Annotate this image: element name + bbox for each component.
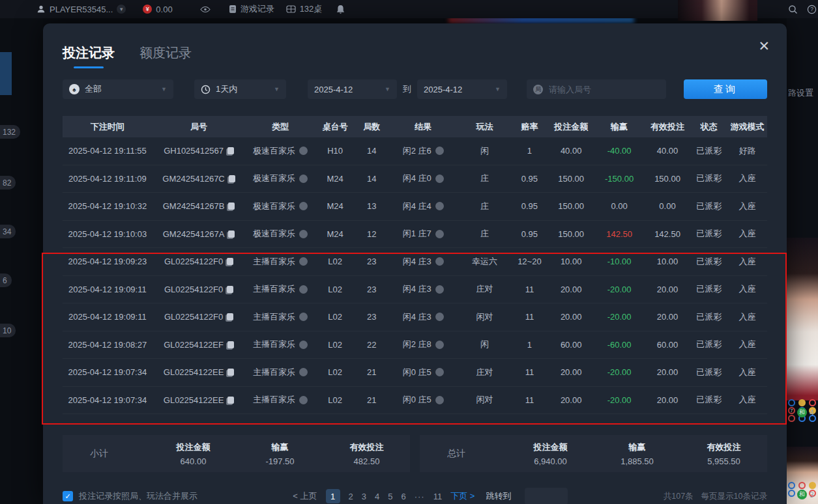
chevron-down-icon[interactable]: ▾	[117, 5, 126, 14]
game-type-info-icon[interactable]	[299, 368, 308, 376]
table-row: 2025-04-12 19:10:32GM242541267B极速百家乐M241…	[63, 193, 767, 221]
pagination-page-1[interactable]: 1	[326, 489, 340, 503]
help-action[interactable]: ?	[807, 5, 817, 14]
result-detail-icon[interactable]	[435, 230, 444, 238]
table-row: 2025-04-12 19:08:27GL02254122EF主播百家乐L022…	[63, 331, 767, 359]
game-mode: 入座	[727, 173, 767, 184]
copy-icon[interactable]	[227, 258, 233, 265]
game-type-info-icon[interactable]	[299, 396, 308, 404]
search-button[interactable]: 查询	[684, 79, 767, 99]
eye-icon	[200, 6, 211, 13]
balance-value: 0.00	[156, 5, 172, 14]
date-from-picker[interactable]: 2025-4-12 ▼	[308, 79, 397, 99]
game-type-info-icon[interactable]	[299, 313, 308, 321]
column-header: 玩法	[458, 121, 512, 133]
odds: 1	[511, 146, 548, 156]
balance-display[interactable]: ¥ 0.00	[143, 5, 172, 14]
player-account-menu[interactable]: PLAYER53545... ▾	[37, 5, 126, 14]
bet-play-type: 庄对	[458, 367, 512, 378]
status-badge: 已派彩	[691, 201, 727, 212]
copy-icon[interactable]	[227, 397, 234, 404]
result-detail-icon[interactable]	[435, 313, 444, 321]
game-type-cell: 主播百家乐	[245, 394, 315, 406]
result-detail-icon[interactable]	[435, 285, 444, 294]
copy-icon[interactable]	[228, 231, 235, 238]
date-to-picker[interactable]: 2025-4-12 ▼	[417, 79, 507, 99]
result-cell: 闲4 庄4	[388, 201, 458, 212]
copy-icon[interactable]	[227, 313, 233, 320]
result-detail-icon[interactable]	[435, 147, 444, 155]
game-type-info-icon[interactable]	[299, 341, 308, 349]
round-id: GL02254122EE	[164, 367, 224, 377]
pagination-page-5[interactable]: 5	[388, 492, 392, 501]
nav-game-records[interactable]: 游戏记录	[229, 3, 274, 15]
result-detail-icon[interactable]	[435, 396, 444, 404]
win-loss: -150.00	[594, 174, 644, 184]
result-detail-icon[interactable]	[435, 202, 444, 210]
search-action[interactable]	[788, 5, 798, 14]
merge-checkbox[interactable]: ✓	[63, 491, 73, 501]
game-type-info-icon[interactable]	[299, 257, 308, 266]
bet-time: 2025-04-12 19:09:11	[63, 285, 153, 294]
game-type-info-icon[interactable]	[299, 285, 308, 294]
pagination-page-11[interactable]: 11	[433, 492, 443, 501]
result-detail-icon[interactable]	[435, 175, 444, 183]
notifications[interactable]	[336, 5, 345, 14]
table-row: 2025-04-12 19:10:03GM242541267A极速百家乐M241…	[63, 221, 767, 249]
copy-icon[interactable]	[227, 286, 233, 293]
visibility-toggle[interactable]	[200, 6, 211, 13]
jump-to-input[interactable]	[525, 488, 568, 504]
pagination-next[interactable]: 下页 >	[450, 490, 475, 502]
round-search-input[interactable]	[548, 84, 660, 95]
result-detail-icon[interactable]	[435, 341, 444, 349]
game-type-info-icon[interactable]	[299, 147, 308, 155]
pagination-page-2[interactable]: 2	[349, 492, 353, 501]
game-type-select[interactable]: ♠ 全部 ▼	[63, 79, 173, 99]
game-type-cell: 主播百家乐	[245, 283, 315, 295]
copy-icon[interactable]	[227, 369, 234, 376]
tab-betting-records[interactable]: 投注记录	[63, 44, 115, 68]
game-type-info-icon[interactable]	[299, 202, 308, 210]
bet-amount: 10.00	[548, 257, 594, 266]
close-icon[interactable]: ✕	[758, 39, 770, 53]
copy-icon[interactable]	[227, 147, 234, 154]
column-header: 输赢	[594, 121, 644, 133]
total-amount-title: 投注金额	[507, 441, 594, 453]
nav-tables[interactable]: 132桌	[286, 3, 323, 15]
result-detail-icon[interactable]	[435, 257, 444, 266]
game-type-info-icon[interactable]	[299, 230, 308, 238]
result-value: 闲1 庄7	[403, 228, 431, 240]
tab-credit-records[interactable]: 额度记录	[139, 44, 192, 62]
chevron-down-icon: ▼	[269, 86, 280, 92]
modal-tabs: 投注记录 额度记录	[63, 44, 767, 64]
game-type-value: 全部	[85, 83, 102, 95]
pagination-ellipsis: ···	[415, 492, 425, 501]
round-count: 23	[355, 312, 388, 322]
column-header: 投注金额	[548, 121, 594, 133]
result-detail-icon[interactable]	[435, 368, 444, 376]
table-row: 2025-04-12 19:09:23GL02254122F0主播百家乐L022…	[63, 248, 767, 276]
bet-play-type: 闲	[458, 339, 512, 350]
total-panel: 总计 投注金额6,940.00 输赢1,885.50 有效投注5,955.50	[420, 435, 767, 472]
pagination-prev[interactable]: < 上页	[293, 490, 317, 502]
sidebar-count-badge: 34	[0, 225, 16, 238]
pagination-page-3[interactable]: 3	[362, 492, 366, 501]
result-cell: 闲0 庄5	[388, 367, 458, 378]
bet-play-type: 闲	[458, 145, 512, 157]
game-type-info-icon[interactable]	[299, 175, 308, 183]
game-type-cell: 极速百家乐	[245, 201, 315, 212]
pagination-page-6[interactable]: 6	[401, 492, 405, 501]
time-range-select[interactable]: 1天内 ▼	[194, 79, 286, 99]
copy-icon[interactable]	[229, 175, 235, 182]
round-count: 22	[355, 340, 388, 350]
merge-checkbox-label: 投注记录按照局、玩法合并展示	[79, 490, 197, 502]
bet-time: 2025-04-12 19:09:23	[63, 257, 153, 266]
person-icon	[37, 5, 46, 14]
copy-icon[interactable]	[227, 341, 234, 348]
filter-bar: ♠ 全部 ▼ 1天内 ▼ 2025-4-12 ▼ 到 2025-4-12 ▼ 局…	[63, 79, 767, 99]
subtotal-amount: 640.00	[150, 456, 237, 466]
pagination-page-4[interactable]: 4	[375, 492, 379, 501]
copy-icon[interactable]	[228, 203, 235, 210]
round-count: 21	[355, 367, 388, 377]
result-value: 闲0 庄5	[403, 367, 431, 378]
